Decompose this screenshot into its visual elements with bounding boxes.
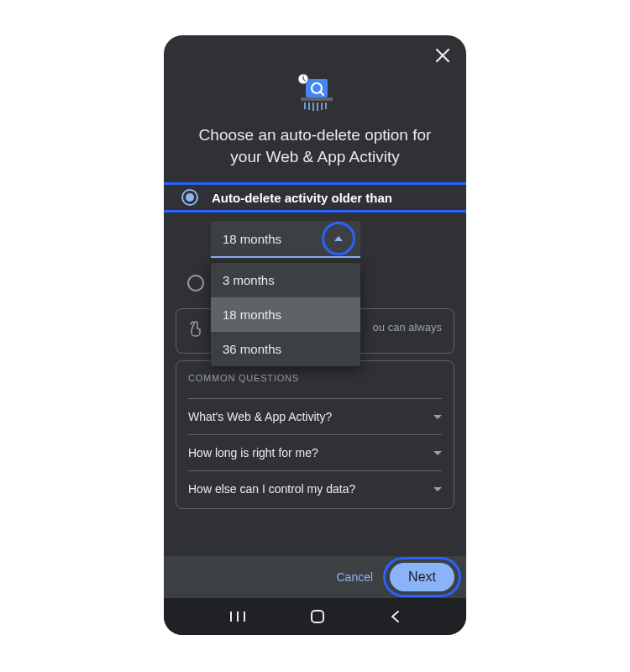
faq-item-how-long[interactable]: How long is right for me? (188, 434, 442, 470)
faq-header: COMMON QUESTIONS (188, 373, 442, 383)
close-button[interactable] (433, 45, 453, 66)
back-button[interactable] (390, 610, 400, 623)
svg-rect-0 (306, 79, 328, 97)
faq-item-web-app-activity[interactable]: What's Web & App Activity? (188, 398, 442, 434)
chevron-down-icon (433, 415, 442, 419)
chevron-down-icon (433, 487, 442, 491)
dropdown-field[interactable]: 18 months (211, 221, 360, 258)
duration-dropdown[interactable]: 18 months 3 months 18 months 36 months (211, 221, 360, 258)
recent-apps-button[interactable] (230, 611, 245, 622)
next-button[interactable]: Next (390, 563, 454, 591)
radio-selected-icon (181, 189, 198, 206)
close-row (164, 35, 466, 66)
next-button-wrap: Next (390, 563, 454, 591)
home-button[interactable] (310, 609, 325, 624)
radio-selected-highlight: Auto-delete activity older than (164, 182, 466, 213)
dialog-content: Choose an auto-delete option for your We… (164, 35, 466, 556)
radio-unselected-icon (187, 275, 204, 291)
faq-label: How else can I control my data? (188, 482, 355, 496)
action-bar: Cancel Next (164, 556, 466, 598)
radio-option-auto-delete[interactable]: Auto-delete activity older than (164, 182, 466, 213)
close-icon (435, 48, 450, 63)
dropdown-option-18-months[interactable]: 18 months (211, 297, 360, 332)
dialog-frame: Choose an auto-delete option for your We… (164, 35, 466, 635)
chevron-down-icon (433, 451, 442, 455)
tap-icon (188, 321, 205, 341)
chevron-up-icon (334, 236, 343, 241)
hero-icon (164, 72, 466, 113)
svg-rect-12 (312, 611, 323, 622)
dropdown-option-36-months[interactable]: 36 months (211, 332, 360, 366)
radio-selected-label: Auto-delete activity older than (212, 191, 392, 205)
svg-rect-5 (301, 97, 333, 101)
dropdown-menu: 3 months 18 months 36 months (211, 263, 360, 366)
faq-label: What's Web & App Activity? (188, 410, 332, 423)
faq-card: COMMON QUESTIONS What's Web & App Activi… (176, 360, 454, 509)
dropdown-option-3-months[interactable]: 3 months (211, 263, 360, 297)
dropdown-value: 18 months (223, 232, 281, 246)
cancel-button[interactable]: Cancel (327, 564, 384, 591)
dialog-title: Choose an auto-delete option for your We… (164, 124, 466, 167)
faq-label: How long is right for me? (188, 446, 318, 459)
dropdown-arrow-highlight (322, 222, 355, 255)
faq-item-control-data[interactable]: How else can I control my data? (188, 470, 442, 507)
android-nav-bar (164, 598, 466, 635)
